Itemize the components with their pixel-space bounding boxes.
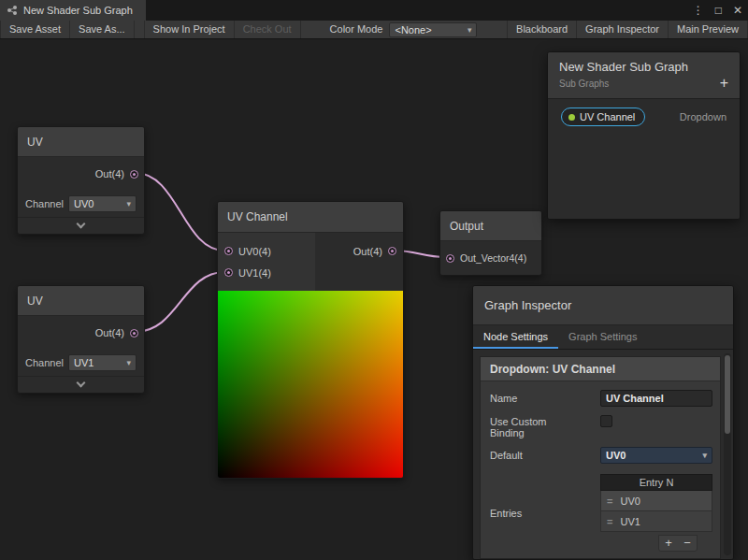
inspector-content: Dropdown: UV Channel Name UV Channel Use… [473,350,733,559]
collapse-toggle[interactable] [18,217,144,234]
input-port-row: UV0(4) [218,240,315,262]
default-field-row: Default UV0 ▾ [481,447,720,464]
custom-binding-field-row: Use Custom Binding [481,415,720,438]
output-port[interactable] [130,170,138,179]
node-title[interactable]: UV [18,286,144,316]
entries-label: Entries [490,508,600,519]
input-port-row: UV1(4) [218,262,315,283]
entry-row[interactable]: = UV0 [600,491,712,511]
channel-label: Channel [25,357,65,368]
chevron-down-icon: ▾ [468,25,472,35]
main-preview-toggle-button[interactable]: Main Preview [669,21,748,38]
entries-list: Entry N = UV0 = UV1 + − [600,474,712,552]
port-label-out: Out(4) [353,246,382,257]
window-controls: ⋮ □ ✕ [693,0,742,21]
inspector-tabs: Node Settings Graph Settings [473,325,733,350]
property-pill[interactable]: UV Channel [561,108,645,126]
toolbar-gap [135,21,144,38]
channel-control-row: Channel UV0 ▾ [18,191,144,217]
tab-node-settings[interactable]: Node Settings [473,325,558,349]
maximize-icon[interactable]: □ [715,0,722,21]
property-type: Dropdown [680,111,726,122]
show-in-project-button[interactable]: Show In Project [144,21,235,38]
shader-graph-icon [7,5,18,16]
channel-control-row: Channel UV1 ▾ [18,350,144,376]
entries-list-header: Entry N [600,474,712,491]
output-port[interactable] [130,329,138,337]
input-port-uv0[interactable] [224,247,233,255]
output-port-row: Out(4) [18,316,144,350]
uv-node-2[interactable]: UV Out(4) Channel UV1 ▾ [17,285,145,394]
port-label-out-vector4: Out_Vector4(4) [460,252,526,264]
uv-preview [218,291,403,478]
graph-canvas[interactable]: UV Out(4) Channel UV0 ▾ UV Out(4) Channe… [0,39,748,560]
node-title[interactable]: UV Channel [218,202,403,233]
remove-entry-button[interactable]: − [678,536,697,551]
entry-row[interactable]: = UV1 [600,511,712,532]
node-title[interactable]: UV [18,127,144,157]
blackboard-panel[interactable]: New Shader Sub Graph Sub Graphs + UV Cha… [547,51,741,220]
titlebar: New Shader Sub Graph ⋮ □ ✕ [0,0,748,21]
port-label-uv1: UV1(4) [238,267,271,279]
kebab-menu-icon[interactable]: ⋮ [693,0,704,21]
drag-handle-icon[interactable]: = [607,516,612,527]
name-input[interactable]: UV Channel [600,390,712,407]
color-mode-label: Color Mode [324,21,390,38]
edge-uv1-to-uv0[interactable] [136,173,224,251]
dropdown-settings-section: Dropdown: UV Channel Name UV Channel Use… [480,356,721,559]
chevron-down-icon: ▾ [126,199,131,208]
color-mode-dropdown[interactable]: <None> ▾ [389,22,477,37]
entries-footer-buttons: + − [658,535,698,552]
close-icon[interactable]: ✕ [733,0,742,21]
graph-inspector-panel[interactable]: Graph Inspector Node Settings Graph Sett… [472,285,734,560]
uv-channel-node[interactable]: UV Channel UV0(4) UV1(4) Out(4) [217,201,404,479]
input-port[interactable] [446,254,454,263]
window-tab[interactable]: New Shader Sub Graph [0,0,146,21]
inspector-title: Graph Inspector [473,286,733,325]
save-as-button[interactable]: Save As... [70,21,135,38]
blackboard-subtitle: Sub Graphs [559,79,728,89]
edge-uv2-to-uv1[interactable] [136,272,224,332]
output-node[interactable]: Output Out_Vector4(4) [439,210,542,276]
node-body: UV0(4) UV1(4) Out(4) [218,233,403,291]
property-name: UV Channel [580,111,635,122]
add-property-button[interactable]: + [720,75,728,92]
input-port-uv1[interactable] [224,268,233,277]
tab-title: New Shader Sub Graph [23,5,133,16]
entry-name: UV0 [620,495,640,507]
collapse-toggle[interactable] [18,376,144,393]
channel-dropdown[interactable]: UV0 ▾ [68,195,137,212]
use-custom-binding-checkbox[interactable] [600,415,612,427]
graph-inspector-toggle-button[interactable]: Graph Inspector [577,21,669,38]
node-title[interactable]: Output [440,211,541,241]
blackboard-toggle-button[interactable]: Blackboard [507,21,577,38]
channel-value: UV0 [74,198,94,209]
blackboard-property-row[interactable]: UV Channel Dropdown [561,108,726,126]
entries-field-row: Entries Entry N = UV0 = UV1 [481,474,720,552]
output-port-row: Out(4) [18,157,144,191]
entry-name: UV1 [620,516,640,527]
entries-footer: + − [600,535,698,552]
channel-value: UV1 [74,357,94,368]
tab-graph-settings[interactable]: Graph Settings [558,325,647,349]
chevron-down-icon [77,379,86,388]
name-field-row: Name UV Channel [481,390,720,407]
default-label: Default [490,450,600,461]
drag-handle-icon[interactable]: = [607,495,612,507]
channel-dropdown[interactable]: UV1 ▾ [68,354,137,371]
scrollbar[interactable] [724,353,731,555]
toolbar: Save Asset Save As... Show In Project Ch… [0,21,748,39]
scrollbar-thumb[interactable] [725,355,730,434]
check-out-button: Check Out [235,21,301,38]
name-label: Name [490,393,600,404]
port-label-out: Out(4) [95,168,124,179]
chevron-down-icon [77,220,86,229]
output-port[interactable] [388,247,396,255]
chevron-down-icon: ▾ [702,451,707,460]
add-entry-button[interactable]: + [659,536,678,551]
default-dropdown[interactable]: UV0 ▾ [600,447,712,464]
save-asset-button[interactable]: Save Asset [0,21,70,38]
input-port-row: Out_Vector4(4) [440,241,541,275]
exposed-dot-icon [568,114,575,121]
uv-node-1[interactable]: UV Out(4) Channel UV0 ▾ [17,126,145,235]
